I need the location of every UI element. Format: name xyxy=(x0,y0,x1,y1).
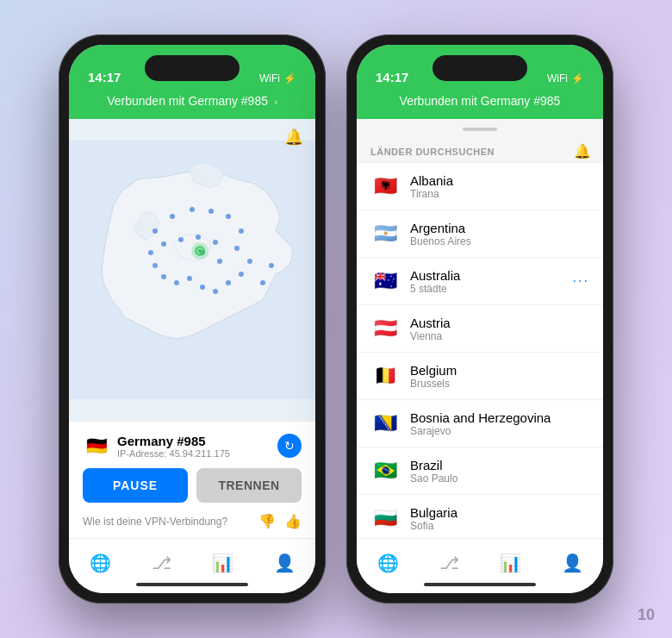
country-info: BrazilSao Paulo xyxy=(410,458,589,485)
svg-point-15 xyxy=(247,259,252,264)
country-item[interactable]: 🇧🇪BelgiumBrussels xyxy=(357,353,603,400)
watermark: 10 xyxy=(638,606,655,624)
country-item[interactable]: 🇧🇷BrazilSao Paulo xyxy=(357,447,603,495)
status-icons-1: WiFi ⚡ xyxy=(259,66,296,84)
country-name: Belgium xyxy=(410,363,589,378)
svg-point-20 xyxy=(187,276,192,281)
country-city: 5 städte xyxy=(410,283,573,295)
status-icons-2: WiFi ⚡ xyxy=(547,66,584,84)
country-item[interactable]: 🇧🇦Bosnia and HerzegovinaSarajevo xyxy=(357,400,603,447)
country-list[interactable]: 🇦🇱AlbaniaTirana🇦🇷ArgentinaBuenos Aires🇦🇺… xyxy=(357,163,603,538)
country-name: Bulgaria xyxy=(410,505,589,520)
svg-point-27 xyxy=(196,235,201,240)
svg-point-11 xyxy=(208,209,214,214)
phone-2: 14:17 WiFi ⚡ Verbunden mit Germany #985 … xyxy=(346,34,613,604)
app-header-1: Verbunden mit Germany #985 › xyxy=(69,90,315,119)
svg-point-25 xyxy=(161,241,166,247)
header-chevron-1: › xyxy=(274,97,277,107)
dynamic-island-2 xyxy=(432,55,527,81)
country-flag: 🇧🇦 xyxy=(370,409,400,438)
wifi-icon-2: WiFi xyxy=(547,72,568,84)
country-name: Australia xyxy=(410,268,573,283)
country-city: Sofia xyxy=(410,520,589,532)
svg-point-19 xyxy=(200,285,205,290)
nav-nodes-2[interactable]: ⎇ xyxy=(439,553,459,573)
svg-point-28 xyxy=(213,240,218,245)
country-name: Austria xyxy=(410,316,589,330)
pause-button[interactable]: PAUSE xyxy=(83,468,188,503)
svg-point-16 xyxy=(239,272,244,277)
svg-point-22 xyxy=(161,274,166,279)
phone-2-screen: 14:17 WiFi ⚡ Verbunden mit Germany #985 … xyxy=(357,45,603,593)
country-city: Buenos Aires xyxy=(410,235,589,247)
refresh-button[interactable]: ↻ xyxy=(277,434,302,458)
wifi-icon-1: WiFi xyxy=(259,72,280,84)
country-info: Bosnia and HerzegovinaSarajevo xyxy=(410,410,589,437)
country-city: Sarajevo xyxy=(410,425,589,437)
svg-point-32 xyxy=(269,263,274,268)
country-name: Argentina xyxy=(410,221,589,235)
country-flag: 🇧🇪 xyxy=(370,361,400,391)
country-item[interactable]: 🇦🇹AustriaVienna xyxy=(357,305,603,353)
connection-left: 🇩🇪 Germany #985 IP-Adresse: 45.94.211.17… xyxy=(83,432,230,460)
globe-icon-2: 🌐 xyxy=(377,553,399,573)
drag-indicator xyxy=(463,128,497,131)
country-flag: 🇦🇱 xyxy=(370,172,400,201)
country-name: Bosnia and Herzegovina xyxy=(410,410,589,425)
country-info: BelgiumBrussels xyxy=(410,363,589,390)
home-indicator-2 xyxy=(424,583,536,586)
country-flag: 🇦🇺 xyxy=(370,266,400,296)
nodes-icon-2: ⎇ xyxy=(439,553,459,573)
country-item[interactable]: 🇦🇱AlbaniaTirana xyxy=(357,163,603,210)
nav-stats-2[interactable]: 📊 xyxy=(500,553,521,573)
phone-1: 14:17 WiFi ⚡ Verbunden mit Germany #985 … xyxy=(59,34,326,604)
country-city: Sao Paulo xyxy=(410,472,589,485)
home-indicator-1 xyxy=(136,583,248,586)
svg-point-10 xyxy=(190,207,195,212)
svg-point-30 xyxy=(217,259,222,264)
germany-flag: 🇩🇪 xyxy=(83,432,110,460)
time-2: 14:17 xyxy=(376,63,408,84)
nav-nodes-1[interactable]: ⎇ xyxy=(152,553,171,573)
country-city: Vienna xyxy=(410,330,589,342)
battery-icon-1: ⚡ xyxy=(283,72,296,84)
country-flag: 🇧🇬 xyxy=(370,504,400,533)
country-info: BulgariaSofia xyxy=(410,505,589,532)
header-title-1: Verbunden mit Germany #985 xyxy=(107,94,268,108)
country-city: Brussels xyxy=(410,378,589,390)
profile-icon-1: 👤 xyxy=(274,553,296,573)
svg-point-12 xyxy=(226,214,231,219)
disconnect-button[interactable]: TRENNEN xyxy=(196,468,302,503)
connection-details: Germany #985 IP-Adresse: 45.94.211.175 xyxy=(117,434,230,459)
country-name: Brazil xyxy=(410,458,589,472)
nodes-icon-1: ⎇ xyxy=(152,553,171,573)
country-item[interactable]: 🇦🇺Australia5 städte··· xyxy=(357,258,603,305)
dynamic-island-1 xyxy=(145,55,240,81)
country-item[interactable]: 🇧🇬BulgariaSofia xyxy=(357,495,603,538)
map-area: 🔔 xyxy=(69,119,315,421)
time-1: 14:17 xyxy=(88,63,121,84)
nav-globe-1[interactable]: 🌐 xyxy=(90,553,111,573)
globe-icon-1: 🌐 xyxy=(90,553,111,573)
map-svg xyxy=(69,119,315,421)
thumbup-icon[interactable]: 👍 xyxy=(284,513,302,529)
svg-point-17 xyxy=(226,280,231,285)
svg-point-21 xyxy=(174,280,179,285)
svg-point-14 xyxy=(234,246,240,251)
app-header-2: Verbunden mit Germany #985 xyxy=(357,90,603,119)
country-info: ArgentinaBuenos Aires xyxy=(410,221,589,247)
nav-profile-1[interactable]: 👤 xyxy=(274,553,296,573)
nav-stats-1[interactable]: 📊 xyxy=(212,553,233,573)
feedback-text: Wie ist deine VPN-Verbindung? xyxy=(83,516,227,528)
bell-icon-2[interactable]: 🔔 xyxy=(574,143,591,160)
country-city: Tirana xyxy=(410,188,589,200)
more-dots[interactable]: ··· xyxy=(573,273,589,289)
country-info: Australia5 städte xyxy=(410,268,573,295)
connection-ip: IP-Adresse: 45.94.211.175 xyxy=(117,448,230,459)
bell-icon-1[interactable]: 🔔 xyxy=(284,128,303,147)
thumbdown-icon[interactable]: 👎 xyxy=(258,513,276,529)
nav-profile-2[interactable]: 👤 xyxy=(562,553,583,573)
phones-container: 14:17 WiFi ⚡ Verbunden mit Germany #985 … xyxy=(59,34,613,604)
country-item[interactable]: 🇦🇷ArgentinaBuenos Aires xyxy=(357,210,603,258)
nav-globe-2[interactable]: 🌐 xyxy=(377,553,399,573)
